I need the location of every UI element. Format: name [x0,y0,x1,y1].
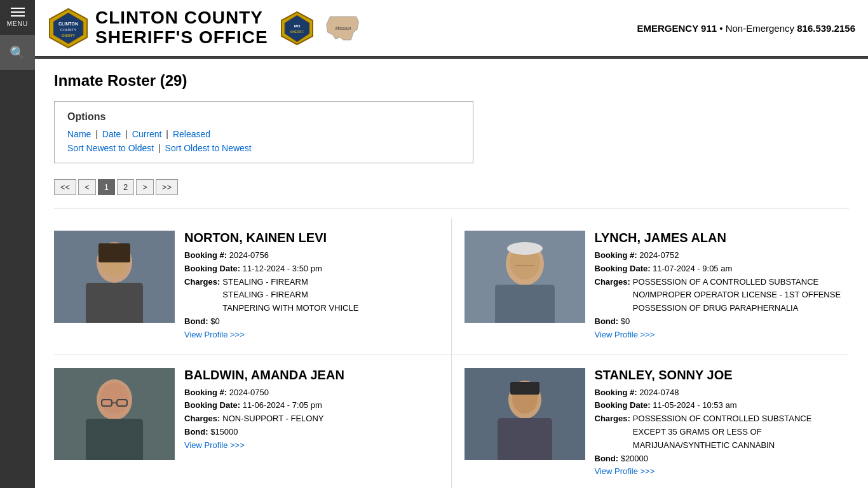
inmate-info-stanley: STANLEY, SONNY JOE Booking #: 2024-0748 … [595,368,843,479]
stanley-view-profile[interactable]: View Profile >>> [595,466,655,476]
svg-text:CLINTON: CLINTON [58,22,78,26]
svg-text:SHERIFF: SHERIFF [62,34,75,37]
filter-name[interactable]: Name [67,129,91,139]
search-button[interactable]: 🔍 [0,35,35,70]
svg-point-24 [100,383,128,414]
sort-newest[interactable]: Sort Newest to Oldest [67,143,154,153]
baldwin-name: BALDWIN, AMANDA JEAN [184,368,438,383]
inmate-photo-baldwin [54,368,175,460]
inmate-info-lynch: LYNCH, JAMES ALAN Booking #: 2024-0752 B… [595,231,843,342]
main-content: Inmate Roster (29) Options Name | Date |… [35,59,868,488]
menu-label: MENU [7,20,28,27]
svg-point-19 [507,242,543,255]
svg-rect-30 [498,418,552,460]
sidebar: MENU 🔍 [0,0,35,488]
sort-oldest[interactable]: Sort Oldest to Newest [165,143,252,153]
page-title: Inmate Roster (29) [54,72,849,90]
svg-rect-17 [495,285,555,323]
svg-rect-12 [86,283,143,323]
sort-links: Sort Newest to Oldest | Sort Oldest to N… [67,143,460,153]
inmate-info-baldwin: BALDWIN, AMANDA JEAN Booking #: 2024-075… [184,368,438,479]
page-prev[interactable]: < [78,179,96,195]
pagination: << < 1 2 > >> [54,179,849,195]
page-last[interactable]: >> [156,179,178,195]
agency-name: CLINTON COUNTY SHERIFF'S OFFICE [95,8,268,48]
missouri-map-icon: Missouri [324,14,362,43]
stanley-name: STANLEY, SONNY JOE [595,368,843,383]
filter-links: Name | Date | Current | Released [67,129,460,139]
norton-view-profile[interactable]: View Profile >>> [184,330,245,339]
inmate-photo-norton [54,231,175,323]
svg-rect-14 [98,243,130,262]
emergency-info: EMERGENCY 911 • Non-Emergency 816.539.21… [637,23,855,34]
inmate-photo-stanley [465,368,585,460]
logo-area: CLINTON COUNTY SHERIFF CLINTON COUNTY SH… [48,8,362,49]
header: CLINTON COUNTY SHERIFF CLINTON COUNTY SH… [35,0,868,57]
left-badge-icon: CLINTON COUNTY SHERIFF [48,8,89,49]
lynch-details: Booking #: 2024-0752 Booking Date: 11-07… [595,249,843,342]
page-2[interactable]: 2 [117,179,134,195]
right-badge-icon: MO SHERIFF [280,11,315,46]
svg-text:MO: MO [294,24,300,28]
inmate-card-lynch: LYNCH, JAMES ALAN Booking #: 2024-0752 B… [452,218,850,355]
inmate-info-norton: NORTON, KAINEN LEVI Booking #: 2024-0756… [184,231,438,342]
svg-text:Missouri: Missouri [335,25,351,30]
svg-rect-23 [86,419,143,460]
search-icon: 🔍 [10,45,25,60]
lynch-name: LYNCH, JAMES ALAN [595,231,843,245]
filter-date[interactable]: Date [102,129,121,139]
baldwin-details: Booking #: 2024-0750 Booking Date: 11-06… [184,386,438,452]
svg-rect-32 [510,382,539,395]
stanley-details: Booking #: 2024-0748 Booking Date: 11-05… [595,386,843,479]
menu-button[interactable]: MENU [0,0,35,35]
missouri-area: Missouri [324,14,362,43]
lynch-view-profile[interactable]: View Profile >>> [595,330,655,339]
norton-details: Booking #: 2024-0756 Booking Date: 11-12… [184,249,438,342]
filter-current[interactable]: Current [132,129,162,139]
inmate-card-norton: NORTON, KAINEN LEVI Booking #: 2024-0756… [54,218,452,355]
page-next[interactable]: > [136,179,154,195]
options-box: Options Name | Date | Current | Released… [54,101,473,163]
page-first[interactable]: << [54,179,76,195]
svg-text:COUNTY: COUNTY [60,28,76,32]
filter-released[interactable]: Released [173,129,210,139]
inmate-photo-lynch [465,231,585,323]
baldwin-view-profile[interactable]: View Profile >>> [184,440,245,450]
options-heading: Options [67,111,460,123]
inmate-card-stanley: STANLEY, SONNY JOE Booking #: 2024-0748 … [452,355,850,488]
inmate-card-baldwin: BALDWIN, AMANDA JEAN Booking #: 2024-075… [54,355,452,488]
top-divider [54,208,849,208]
page-1[interactable]: 1 [98,179,115,195]
svg-text:SHERIFF: SHERIFF [290,30,303,34]
norton-name: NORTON, KAINEN LEVI [184,231,438,245]
inmate-grid: NORTON, KAINEN LEVI Booking #: 2024-0756… [54,218,849,488]
